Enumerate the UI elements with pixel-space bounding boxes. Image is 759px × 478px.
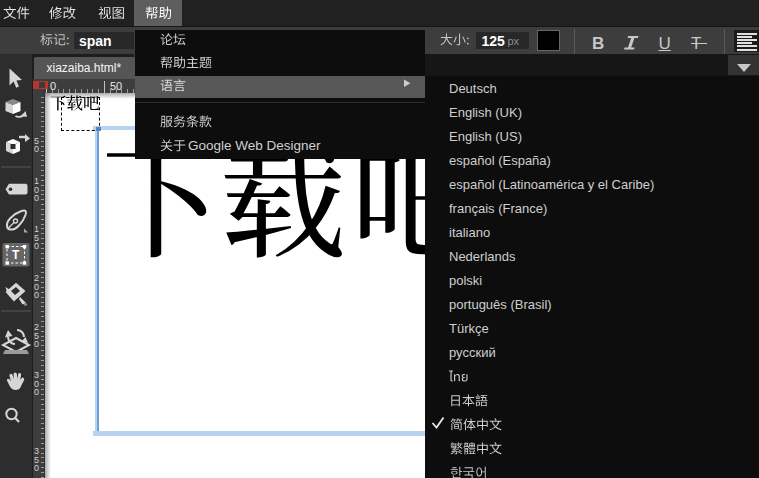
svg-text:T: T — [12, 248, 20, 262]
